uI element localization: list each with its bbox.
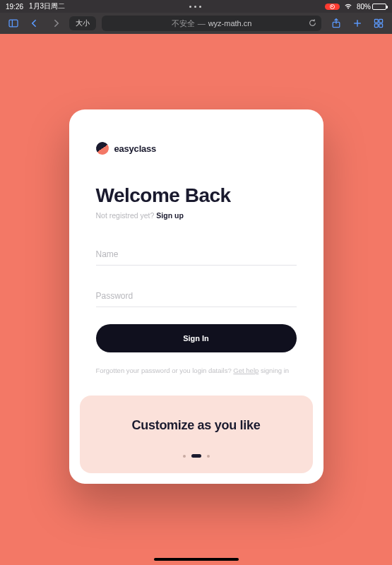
password-input[interactable] [96, 285, 297, 307]
page-title: Welcome Back [96, 184, 297, 207]
forward-button [47, 15, 65, 32]
back-button[interactable] [25, 15, 44, 32]
home-indicator[interactable] [154, 558, 239, 561]
security-label: 不安全 [172, 18, 195, 29]
browser-toolbar: 大小 不安全 — wyz-math.cn [0, 13, 392, 34]
sidebar-toggle-button[interactable] [4, 15, 23, 32]
subline: Not registred yet? Sign up [96, 211, 297, 220]
promo-title: Customize as you like [94, 418, 299, 433]
battery-percent: 80% [357, 3, 371, 11]
get-help-link[interactable]: Get help [233, 367, 259, 374]
promo-panel: Customize as you like [80, 396, 313, 473]
status-bar: 19:26 1月3日周二 80% [0, 0, 392, 13]
logo-mark-icon [95, 141, 109, 156]
svg-rect-5 [374, 19, 378, 23]
svg-rect-7 [374, 24, 378, 28]
name-input[interactable] [96, 244, 297, 266]
signup-link[interactable]: Sign up [156, 211, 184, 220]
logo-text: easyclass [114, 143, 157, 154]
refresh-button[interactable] [308, 18, 317, 29]
carousel-dot[interactable] [183, 455, 186, 458]
carousel-dot-active[interactable] [191, 454, 201, 458]
login-card: easyclass Welcome Back Not registred yet… [69, 109, 323, 484]
page-content: easyclass Welcome Back Not registred yet… [0, 34, 392, 565]
svg-rect-6 [379, 19, 383, 23]
helper-text: Forgotten your password or you login dat… [96, 367, 297, 374]
text-size-button[interactable]: 大小 [69, 16, 96, 30]
status-time: 19:26 [6, 3, 23, 11]
carousel-dots[interactable] [94, 454, 299, 458]
tabs-button[interactable] [369, 15, 388, 32]
signin-button[interactable]: Sign In [96, 324, 297, 352]
svg-rect-0 [9, 20, 18, 27]
status-date: 1月3日周二 [29, 1, 65, 11]
brand-logo: easyclass [96, 142, 297, 155]
url-text: wyz-math.cn [208, 19, 252, 28]
address-bar[interactable]: 不安全 — wyz-math.cn [102, 16, 321, 31]
share-button[interactable] [327, 15, 345, 32]
record-icon [330, 4, 335, 9]
carousel-dot[interactable] [207, 455, 210, 458]
new-tab-button[interactable] [348, 15, 367, 32]
wifi-icon [344, 3, 352, 10]
svg-rect-8 [379, 24, 383, 28]
recording-indicator[interactable] [325, 4, 340, 10]
battery-icon [372, 4, 386, 10]
multitask-dots-icon [189, 6, 201, 8]
